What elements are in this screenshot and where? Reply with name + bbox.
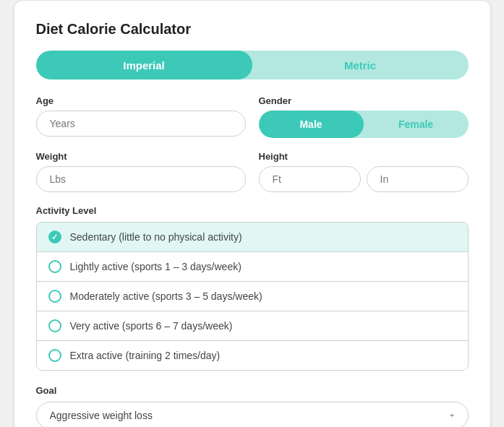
- height-in-input[interactable]: [367, 166, 469, 192]
- age-group: Age: [36, 95, 246, 138]
- activity-item-extra[interactable]: Extra active (training 2 times/day): [37, 341, 468, 370]
- activity-item-label: Moderately active (sports 3 – 5 days/wee…: [70, 290, 262, 302]
- male-button[interactable]: Male: [259, 111, 364, 138]
- radio-icon: [48, 319, 61, 332]
- activity-list: Sedentary (little to no physical activit…: [36, 222, 469, 371]
- card-title: Diet Calorie Calculator: [36, 21, 469, 38]
- age-gender-row: Age Gender Male Female: [36, 95, 469, 138]
- checkmark-icon: [48, 230, 61, 243]
- age-input[interactable]: [36, 111, 246, 137]
- activity-item-very[interactable]: Very active (sports 6 – 7 days/week): [37, 311, 468, 341]
- age-label: Age: [36, 95, 246, 106]
- activity-item-label: Very active (sports 6 – 7 days/week): [70, 320, 233, 332]
- weight-input[interactable]: [36, 166, 246, 192]
- radio-icon: [48, 290, 61, 303]
- height-group: Height: [259, 151, 469, 192]
- activity-item-moderately[interactable]: Moderately active (sports 3 – 5 days/wee…: [37, 282, 468, 311]
- gender-label: Gender: [259, 95, 469, 106]
- female-button[interactable]: Female: [364, 111, 469, 138]
- height-ft-input[interactable]: [259, 166, 361, 192]
- goal-section: Goal Aggressive weight loss Moderate wei…: [36, 385, 469, 427]
- activity-label: Activity Level: [36, 205, 469, 216]
- activity-item-lightly[interactable]: Lightly active (sports 1 – 3 days/week): [37, 252, 468, 282]
- activity-item-label: Extra active (training 2 times/day): [70, 350, 221, 361]
- gender-group: Gender Male Female: [259, 95, 469, 138]
- metric-button[interactable]: Metric: [252, 51, 469, 79]
- gender-toggle: Male Female: [259, 111, 469, 138]
- activity-item-label: Lightly active (sports 1 – 3 days/week): [70, 261, 242, 272]
- radio-icon: [48, 349, 61, 362]
- calculator-card: Diet Calorie Calculator Imperial Metric …: [14, 0, 491, 427]
- goal-label: Goal: [36, 385, 469, 396]
- activity-level-section: Activity Level Sedentary (little to no p…: [36, 205, 469, 371]
- imperial-button[interactable]: Imperial: [36, 51, 252, 79]
- unit-toggle: Imperial Metric: [36, 51, 469, 79]
- weight-height-row: Weight Height: [36, 151, 469, 192]
- weight-label: Weight: [36, 151, 246, 162]
- height-label: Height: [259, 151, 469, 162]
- height-inputs: [259, 166, 469, 192]
- radio-icon: [48, 260, 61, 273]
- goal-select[interactable]: Aggressive weight loss Moderate weight l…: [36, 402, 469, 427]
- activity-item-label: Sedentary (little to no physical activit…: [70, 231, 242, 243]
- activity-item-sedentary[interactable]: Sedentary (little to no physical activit…: [37, 223, 468, 252]
- weight-group: Weight: [36, 151, 246, 192]
